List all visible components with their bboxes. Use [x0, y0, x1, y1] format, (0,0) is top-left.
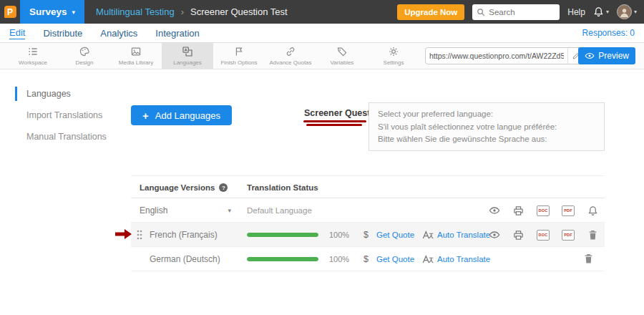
language-name: English: [140, 205, 167, 215]
help-badge-icon[interactable]: ?: [219, 183, 228, 192]
table-row-english: English ▾ Default Language DOC PDF: [131, 198, 605, 223]
upgrade-now-button[interactable]: Upgrade Now: [397, 4, 464, 20]
table-row-german: German (Deutsch) 100% $ Get Quote Auto T…: [131, 247, 605, 271]
sidebar-item-import-translations[interactable]: Import Translations: [0, 105, 120, 126]
printer-icon: [513, 230, 524, 241]
add-languages-label: Add Languages: [155, 110, 220, 121]
translate-icon: [182, 46, 193, 57]
search-icon: [477, 8, 485, 16]
palette-icon: [79, 46, 90, 57]
nav-tab-analytics[interactable]: Analytics: [100, 28, 137, 39]
eye-icon: [489, 231, 500, 239]
image-icon: [130, 46, 142, 57]
dollar-icon[interactable]: $: [364, 223, 369, 247]
tool-label: Design: [76, 59, 94, 66]
preview-language-button[interactable]: [488, 206, 500, 215]
tool-label: Media Library: [119, 59, 153, 66]
flag-icon: [233, 46, 245, 57]
auto-translate-link[interactable]: Auto Translate: [437, 247, 490, 271]
column-language-versions: Language Versions ?: [140, 176, 228, 199]
default-language-dropdown[interactable]: English ▾: [140, 198, 231, 223]
translation-percent: 100%: [329, 247, 349, 271]
product-menu-surveys[interactable]: Surveys ▾: [20, 0, 84, 24]
tool-label: Finish Options: [220, 59, 257, 66]
help-link[interactable]: Help: [567, 7, 585, 17]
workspace-icon: [27, 46, 39, 57]
notification-button[interactable]: [587, 205, 599, 216]
breadcrumb-parent[interactable]: Multilingual Testing: [96, 6, 175, 17]
nav-tab-integration[interactable]: Integration: [155, 28, 199, 39]
logo-letter: P: [4, 6, 16, 18]
progress-fill: [247, 233, 318, 237]
survey-url-input[interactable]: [426, 52, 567, 60]
bell-icon: [587, 205, 598, 216]
account-menu[interactable]: ▾: [617, 4, 637, 19]
tool-label: Languages: [173, 59, 202, 66]
drag-handle-icon[interactable]: [137, 230, 142, 242]
pdf-export-icon[interactable]: PDF: [562, 205, 575, 216]
questionpro-logo[interactable]: P: [0, 0, 20, 24]
doc-export-icon[interactable]: DOC: [537, 230, 550, 241]
language-name: French (Français): [150, 223, 218, 247]
trash-icon: [584, 253, 593, 264]
table-row-french: French (Français) 100% $ Get Quote Auto …: [131, 223, 605, 247]
screener-question-preview: Select your preferred language: S'il vou…: [369, 102, 605, 151]
print-button[interactable]: [512, 205, 525, 216]
nav-tab-edit[interactable]: Edit: [9, 27, 25, 39]
sidebar-item-manual-translations[interactable]: Manual Translations: [0, 126, 120, 147]
add-languages-button[interactable]: + Add Languages: [131, 105, 232, 125]
responses-count[interactable]: Responses: 0: [582, 28, 635, 38]
trash-icon: [588, 230, 597, 241]
column-language-label: Language Versions: [140, 183, 215, 192]
delete-language-button[interactable]: [584, 253, 593, 266]
search-input[interactable]: [472, 4, 560, 20]
default-language-status: Default Language: [247, 198, 312, 223]
dollar-icon[interactable]: $: [364, 247, 369, 271]
tool-settings[interactable]: Settings: [368, 43, 419, 69]
gear-icon: [388, 46, 399, 57]
tag-icon: [336, 46, 348, 57]
topbar-right: Upgrade Now Help ▾ ▾: [397, 4, 637, 20]
screener-line-german: Bitte wählen Sie die gewünschte Sprache …: [378, 133, 595, 146]
tool-finish-options[interactable]: Finish Options: [213, 43, 265, 69]
sidebar-item-languages[interactable]: Languages: [0, 83, 120, 105]
tool-advance-quotas[interactable]: Advance Quotas: [265, 43, 316, 69]
get-quote-link[interactable]: Get Quote: [376, 223, 414, 247]
tool-label: Advance Quotas: [269, 59, 311, 66]
tool-label: Variables: [331, 59, 354, 66]
notifications-menu[interactable]: ▾: [593, 6, 609, 17]
eye-icon: [585, 52, 595, 59]
nav-tab-distribute[interactable]: Distribute: [43, 28, 82, 39]
tool-variables[interactable]: Variables: [316, 43, 368, 69]
pdf-export-icon[interactable]: PDF: [562, 230, 575, 241]
chevron-down-icon: ▾: [72, 9, 76, 16]
translation-progress-bar: [247, 257, 318, 261]
tool-workspace[interactable]: Workspace: [7, 43, 59, 69]
print-button[interactable]: [512, 230, 525, 241]
tool-media-library[interactable]: Media Library: [110, 43, 162, 69]
languages-sidebar: Languages Import Translations Manual Tra…: [0, 69, 120, 147]
languages-panel: + Add Languages Screener Question : Sele…: [131, 69, 605, 315]
tool-label: Settings: [384, 59, 404, 66]
bell-icon: [593, 6, 604, 17]
delete-language-button[interactable]: [587, 230, 599, 241]
topbar: P Surveys ▾ Multilingual Testing › Scree…: [0, 0, 644, 24]
chevron-down-icon: ▾: [606, 9, 609, 15]
tool-label: Workspace: [19, 59, 47, 66]
preview-language-button[interactable]: [488, 231, 500, 239]
doc-export-icon[interactable]: DOC: [537, 205, 550, 216]
get-quote-link[interactable]: Get Quote: [376, 247, 414, 271]
breadcrumb-current: Screener Question Test: [190, 6, 288, 17]
annotation-underline: [303, 120, 366, 122]
survey-url-box: [425, 47, 584, 64]
tool-languages[interactable]: Languages: [162, 43, 213, 69]
tool-design[interactable]: Design: [59, 43, 110, 69]
auto-translate-icon[interactable]: [422, 230, 434, 242]
chevron-down-icon: ▾: [634, 9, 637, 15]
link-icon: [285, 46, 296, 57]
auto-translate-link[interactable]: Auto Translate: [437, 223, 490, 247]
auto-translate-icon[interactable]: [422, 254, 434, 266]
row-actions: DOC PDF: [488, 223, 599, 247]
row-actions: DOC PDF: [488, 198, 599, 223]
preview-button[interactable]: Preview: [578, 47, 635, 64]
